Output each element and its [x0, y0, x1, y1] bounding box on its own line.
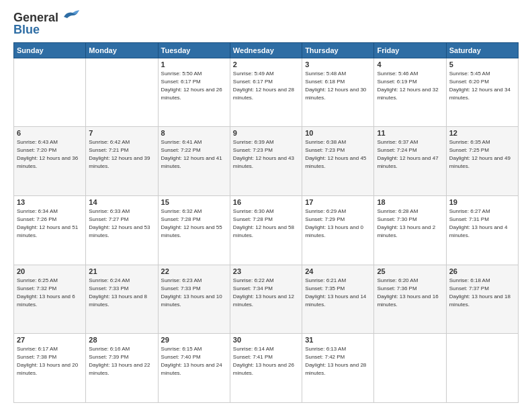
calendar-cell: 20Sunrise: 6:25 AMSunset: 7:32 PMDayligh… — [14, 265, 86, 334]
day-info: Sunrise: 6:28 AMSunset: 7:30 PMDaylight:… — [377, 208, 443, 240]
calendar-cell: 10Sunrise: 6:38 AMSunset: 7:23 PMDayligh… — [302, 127, 374, 196]
day-number: 10 — [305, 129, 371, 137]
calendar-cell: 21Sunrise: 6:24 AMSunset: 7:33 PMDayligh… — [86, 265, 158, 334]
day-info: Sunrise: 5:46 AMSunset: 6:19 PMDaylight:… — [377, 70, 443, 102]
calendar-cell: 19Sunrise: 6:27 AMSunset: 7:31 PMDayligh… — [446, 195, 518, 265]
weekday-header: Friday — [374, 42, 446, 58]
day-info: Sunrise: 6:38 AMSunset: 7:23 PMDaylight:… — [305, 138, 371, 171]
day-info: Sunrise: 5:45 AMSunset: 6:20 PMDaylight:… — [449, 70, 515, 102]
calendar-cell: 6Sunrise: 6:43 AMSunset: 7:20 PMDaylight… — [14, 127, 86, 196]
day-info: Sunrise: 6:21 AMSunset: 7:35 PMDaylight:… — [305, 277, 371, 309]
calendar-cell: 27Sunrise: 6:17 AMSunset: 7:38 PMDayligh… — [14, 334, 86, 403]
day-number: 1 — [161, 60, 227, 68]
day-info: Sunrise: 6:16 AMSunset: 7:39 PMDaylight:… — [89, 345, 154, 377]
calendar-cell: 3Sunrise: 5:48 AMSunset: 6:18 PMDaylight… — [302, 58, 374, 127]
calendar-cell: 17Sunrise: 6:29 AMSunset: 7:29 PMDayligh… — [302, 195, 374, 265]
calendar-week-row: 13Sunrise: 6:34 AMSunset: 7:26 PMDayligh… — [14, 195, 519, 265]
day-info: Sunrise: 6:32 AMSunset: 7:28 PMDaylight:… — [161, 208, 227, 240]
day-info: Sunrise: 6:29 AMSunset: 7:29 PMDaylight:… — [305, 208, 371, 240]
weekday-header: Thursday — [302, 42, 374, 58]
weekday-header: Sunday — [14, 42, 86, 58]
calendar-cell: 15Sunrise: 6:32 AMSunset: 7:28 PMDayligh… — [158, 195, 230, 265]
day-number: 4 — [377, 60, 443, 68]
day-number: 3 — [305, 60, 371, 68]
calendar-cell: 1Sunrise: 5:50 AMSunset: 6:17 PMDaylight… — [158, 58, 230, 127]
day-number: 20 — [17, 267, 83, 275]
day-number: 22 — [161, 267, 227, 275]
day-info: Sunrise: 6:18 AMSunset: 7:37 PMDaylight:… — [449, 277, 515, 309]
day-info: Sunrise: 5:48 AMSunset: 6:18 PMDaylight:… — [305, 70, 371, 102]
calendar-cell: 5Sunrise: 5:45 AMSunset: 6:20 PMDaylight… — [446, 58, 518, 127]
weekday-header: Saturday — [446, 42, 518, 58]
day-info: Sunrise: 6:20 AMSunset: 7:36 PMDaylight:… — [377, 277, 443, 309]
day-number: 13 — [17, 198, 83, 206]
calendar-cell: 8Sunrise: 6:41 AMSunset: 7:22 PMDaylight… — [158, 127, 230, 196]
day-number: 2 — [233, 60, 299, 68]
day-number: 5 — [449, 60, 515, 68]
calendar-table: SundayMondayTuesdayWednesdayThursdayFrid… — [13, 42, 519, 403]
day-info: Sunrise: 6:17 AMSunset: 7:38 PMDaylight:… — [17, 345, 83, 377]
calendar-cell: 24Sunrise: 6:21 AMSunset: 7:35 PMDayligh… — [302, 265, 374, 334]
calendar-cell: 11Sunrise: 6:37 AMSunset: 7:24 PMDayligh… — [374, 127, 446, 196]
calendar-cell: 22Sunrise: 6:23 AMSunset: 7:33 PMDayligh… — [158, 265, 230, 334]
day-number: 12 — [449, 129, 515, 137]
day-number: 7 — [89, 129, 154, 137]
weekday-header: Monday — [86, 42, 158, 58]
logo: General Blue — [13, 11, 81, 37]
day-info: Sunrise: 6:34 AMSunset: 7:26 PMDaylight:… — [17, 208, 83, 240]
day-number: 31 — [305, 336, 371, 344]
calendar-cell — [14, 58, 86, 127]
day-number: 30 — [233, 336, 299, 344]
calendar-cell: 31Sunrise: 6:13 AMSunset: 7:42 PMDayligh… — [302, 334, 374, 403]
day-number: 29 — [161, 336, 227, 344]
page: General Blue SundayMondayTuesdayWednesda… — [0, 0, 532, 411]
day-number: 14 — [89, 198, 154, 206]
calendar-week-row: 27Sunrise: 6:17 AMSunset: 7:38 PMDayligh… — [14, 334, 519, 403]
day-info: Sunrise: 6:24 AMSunset: 7:33 PMDaylight:… — [89, 277, 154, 309]
day-number: 25 — [377, 267, 443, 275]
calendar-cell: 28Sunrise: 6:16 AMSunset: 7:39 PMDayligh… — [86, 334, 158, 403]
day-info: Sunrise: 6:37 AMSunset: 7:24 PMDaylight:… — [377, 138, 443, 171]
calendar-cell: 12Sunrise: 6:35 AMSunset: 7:25 PMDayligh… — [446, 127, 518, 196]
calendar-week-row: 1Sunrise: 5:50 AMSunset: 6:17 PMDaylight… — [14, 58, 519, 127]
day-number: 11 — [377, 129, 443, 137]
calendar-cell: 30Sunrise: 6:14 AMSunset: 7:41 PMDayligh… — [230, 334, 302, 403]
day-number: 26 — [449, 267, 515, 275]
day-info: Sunrise: 6:30 AMSunset: 7:28 PMDaylight:… — [233, 208, 299, 240]
calendar-cell: 14Sunrise: 6:33 AMSunset: 7:27 PMDayligh… — [86, 195, 158, 265]
calendar-cell: 16Sunrise: 6:30 AMSunset: 7:28 PMDayligh… — [230, 195, 302, 265]
day-number: 28 — [89, 336, 154, 344]
day-number: 15 — [161, 198, 227, 206]
day-info: Sunrise: 6:22 AMSunset: 7:34 PMDaylight:… — [233, 277, 299, 309]
day-number: 21 — [89, 267, 154, 275]
calendar-cell — [446, 334, 518, 403]
day-info: Sunrise: 6:25 AMSunset: 7:32 PMDaylight:… — [17, 277, 83, 309]
calendar-cell — [86, 58, 158, 127]
day-info: Sunrise: 6:23 AMSunset: 7:33 PMDaylight:… — [161, 277, 227, 309]
day-info: Sunrise: 6:41 AMSunset: 7:22 PMDaylight:… — [161, 138, 227, 171]
calendar-cell: 7Sunrise: 6:42 AMSunset: 7:21 PMDaylight… — [86, 127, 158, 196]
day-number: 19 — [449, 198, 515, 206]
day-info: Sunrise: 6:33 AMSunset: 7:27 PMDaylight:… — [89, 208, 154, 240]
calendar-cell: 13Sunrise: 6:34 AMSunset: 7:26 PMDayligh… — [14, 195, 86, 265]
calendar-cell: 26Sunrise: 6:18 AMSunset: 7:37 PMDayligh… — [446, 265, 518, 334]
day-info: Sunrise: 6:15 AMSunset: 7:40 PMDaylight:… — [161, 345, 227, 377]
day-number: 18 — [377, 198, 443, 206]
day-info: Sunrise: 6:14 AMSunset: 7:41 PMDaylight:… — [233, 345, 299, 377]
day-number: 24 — [305, 267, 371, 275]
day-info: Sunrise: 6:35 AMSunset: 7:25 PMDaylight:… — [449, 138, 515, 171]
calendar-week-row: 6Sunrise: 6:43 AMSunset: 7:20 PMDaylight… — [14, 127, 519, 196]
day-number: 9 — [233, 129, 299, 137]
calendar-cell — [374, 334, 446, 403]
day-info: Sunrise: 6:13 AMSunset: 7:42 PMDaylight:… — [305, 345, 371, 377]
day-number: 23 — [233, 267, 299, 275]
day-number: 8 — [161, 129, 227, 137]
day-info: Sunrise: 5:49 AMSunset: 6:17 PMDaylight:… — [233, 70, 299, 102]
calendar-cell: 18Sunrise: 6:28 AMSunset: 7:30 PMDayligh… — [374, 195, 446, 265]
day-number: 16 — [233, 198, 299, 206]
day-info: Sunrise: 5:50 AMSunset: 6:17 PMDaylight:… — [161, 70, 227, 102]
logo-bird-icon — [60, 9, 81, 25]
calendar-cell: 2Sunrise: 5:49 AMSunset: 6:17 PMDaylight… — [230, 58, 302, 127]
day-number: 17 — [305, 198, 371, 206]
calendar-week-row: 20Sunrise: 6:25 AMSunset: 7:32 PMDayligh… — [14, 265, 519, 334]
